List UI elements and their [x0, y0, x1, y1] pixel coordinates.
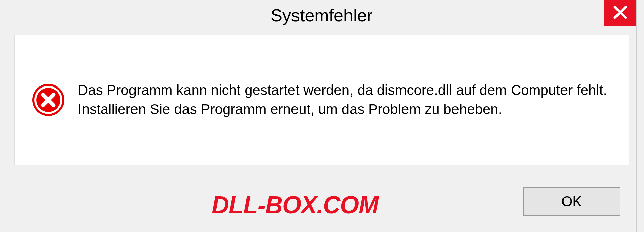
close-icon: [613, 5, 628, 21]
dialog-footer: DLL-BOX.COM OK: [7, 178, 636, 232]
error-icon: [32, 83, 65, 117]
message-panel: Das Programm kann nicht gestartet werden…: [14, 35, 629, 165]
titlebar: Systemfehler: [7, 0, 636, 31]
close-button[interactable]: [604, 0, 636, 26]
watermark-text: DLL-BOX.COM: [212, 191, 378, 219]
dialog-title: Systemfehler: [271, 5, 372, 25]
error-dialog: Systemfehler Das Programm kann nicht ges…: [7, 0, 637, 232]
ok-button-label: OK: [561, 193, 582, 210]
error-message: Das Programm kann nicht gestartet werden…: [78, 81, 612, 119]
ok-button[interactable]: OK: [523, 187, 620, 216]
